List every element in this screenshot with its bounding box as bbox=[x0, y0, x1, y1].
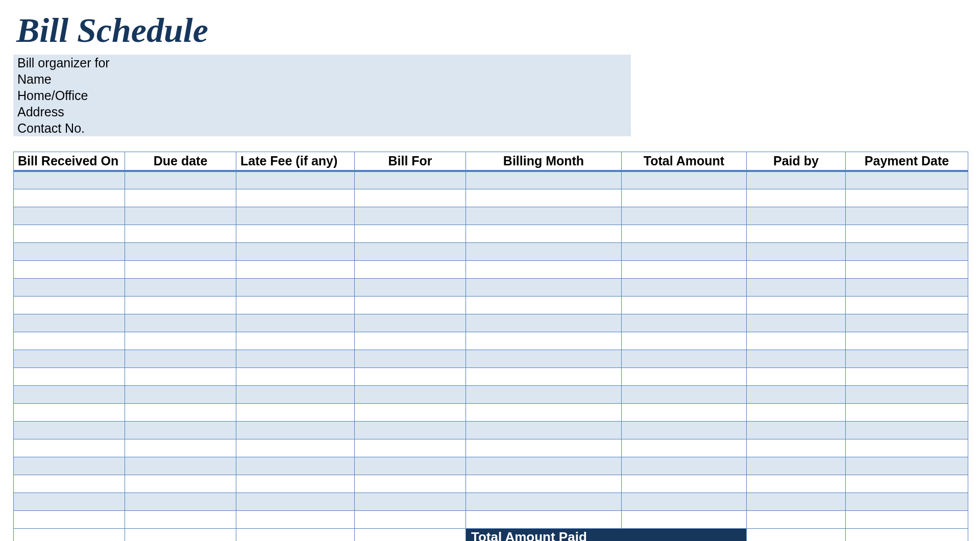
table-cell[interactable] bbox=[747, 260, 846, 278]
table-cell[interactable] bbox=[747, 350, 846, 367]
table-cell[interactable] bbox=[236, 385, 355, 403]
table-cell[interactable] bbox=[747, 510, 846, 528]
table-cell[interactable] bbox=[622, 439, 747, 457]
table-cell[interactable] bbox=[466, 332, 622, 350]
table-cell[interactable] bbox=[747, 171, 846, 189]
table-cell[interactable] bbox=[236, 439, 355, 457]
table-cell[interactable] bbox=[125, 385, 236, 403]
table-cell[interactable] bbox=[747, 278, 846, 296]
table-cell[interactable] bbox=[14, 225, 125, 242]
table-cell[interactable] bbox=[846, 385, 968, 403]
table-cell[interactable] bbox=[125, 439, 236, 457]
table-cell[interactable] bbox=[355, 457, 466, 475]
table-cell[interactable] bbox=[622, 350, 747, 367]
table-cell[interactable] bbox=[125, 367, 236, 385]
table-cell[interactable] bbox=[14, 403, 125, 421]
table-cell[interactable] bbox=[747, 457, 846, 475]
table-cell[interactable] bbox=[466, 510, 622, 528]
table-cell[interactable] bbox=[466, 350, 622, 367]
table-cell[interactable] bbox=[236, 475, 355, 493]
table-cell[interactable] bbox=[355, 314, 466, 332]
table-cell[interactable] bbox=[466, 189, 622, 207]
table-cell[interactable] bbox=[14, 242, 125, 260]
table-cell[interactable] bbox=[14, 296, 125, 314]
table-cell[interactable] bbox=[355, 225, 466, 242]
info-name[interactable]: Name bbox=[13, 71, 631, 87]
table-cell[interactable] bbox=[355, 278, 466, 296]
table-cell[interactable] bbox=[236, 493, 355, 510]
table-cell[interactable] bbox=[466, 385, 622, 403]
table-cell[interactable] bbox=[747, 242, 846, 260]
table-cell[interactable] bbox=[125, 314, 236, 332]
table-cell[interactable] bbox=[622, 457, 747, 475]
table-cell[interactable] bbox=[125, 225, 236, 242]
table-cell[interactable] bbox=[236, 367, 355, 385]
table-cell[interactable] bbox=[846, 510, 968, 528]
table-cell[interactable] bbox=[846, 225, 968, 242]
table-cell[interactable] bbox=[14, 332, 125, 350]
table-cell[interactable] bbox=[747, 225, 846, 242]
table-cell[interactable] bbox=[236, 278, 355, 296]
table-cell[interactable] bbox=[846, 439, 968, 457]
table-cell[interactable] bbox=[747, 207, 846, 225]
table-cell[interactable] bbox=[846, 296, 968, 314]
table-cell[interactable] bbox=[14, 189, 125, 207]
table-cell[interactable] bbox=[846, 528, 968, 541]
table-cell[interactable] bbox=[846, 350, 968, 367]
table-cell[interactable] bbox=[236, 189, 355, 207]
table-cell[interactable] bbox=[846, 260, 968, 278]
table-cell[interactable] bbox=[125, 421, 236, 439]
table-cell[interactable] bbox=[622, 367, 747, 385]
table-cell[interactable] bbox=[622, 207, 747, 225]
table-cell[interactable] bbox=[236, 528, 355, 541]
table-cell[interactable] bbox=[125, 171, 236, 189]
table-cell[interactable] bbox=[355, 403, 466, 421]
table-cell[interactable] bbox=[466, 314, 622, 332]
table-cell[interactable] bbox=[355, 207, 466, 225]
table-cell[interactable] bbox=[236, 242, 355, 260]
table-cell[interactable] bbox=[125, 260, 236, 278]
table-cell[interactable] bbox=[846, 421, 968, 439]
table-cell[interactable] bbox=[622, 225, 747, 242]
table-cell[interactable] bbox=[622, 242, 747, 260]
table-cell[interactable] bbox=[747, 493, 846, 510]
table-cell[interactable] bbox=[622, 189, 747, 207]
table-cell[interactable] bbox=[355, 296, 466, 314]
table-cell[interactable] bbox=[236, 421, 355, 439]
table-cell[interactable] bbox=[622, 510, 747, 528]
table-cell[interactable] bbox=[747, 314, 846, 332]
info-home-office[interactable]: Home/Office bbox=[13, 87, 631, 104]
table-cell[interactable] bbox=[846, 171, 968, 189]
table-cell[interactable] bbox=[125, 457, 236, 475]
table-cell[interactable] bbox=[355, 528, 466, 541]
table-cell[interactable] bbox=[747, 367, 846, 385]
table-cell[interactable] bbox=[622, 493, 747, 510]
table-cell[interactable] bbox=[355, 439, 466, 457]
table-cell[interactable] bbox=[622, 332, 747, 350]
info-contact-no[interactable]: Contact No. bbox=[13, 120, 631, 136]
table-cell[interactable] bbox=[355, 475, 466, 493]
table-cell[interactable] bbox=[466, 403, 622, 421]
table-cell[interactable] bbox=[622, 403, 747, 421]
table-cell[interactable] bbox=[355, 510, 466, 528]
table-cell[interactable] bbox=[466, 278, 622, 296]
table-cell[interactable] bbox=[466, 296, 622, 314]
table-cell[interactable] bbox=[466, 367, 622, 385]
table-cell[interactable] bbox=[236, 403, 355, 421]
table-cell[interactable] bbox=[466, 439, 622, 457]
info-address[interactable]: Address bbox=[13, 104, 631, 120]
table-cell[interactable] bbox=[236, 457, 355, 475]
table-cell[interactable] bbox=[846, 403, 968, 421]
table-cell[interactable] bbox=[747, 189, 846, 207]
table-cell[interactable] bbox=[622, 421, 747, 439]
table-cell[interactable] bbox=[747, 439, 846, 457]
table-cell[interactable] bbox=[14, 207, 125, 225]
info-organizer-for[interactable]: Bill organizer for bbox=[13, 55, 631, 71]
table-cell[interactable] bbox=[125, 350, 236, 367]
table-cell[interactable] bbox=[355, 260, 466, 278]
table-cell[interactable] bbox=[355, 242, 466, 260]
table-cell[interactable] bbox=[125, 510, 236, 528]
table-cell[interactable] bbox=[14, 528, 125, 541]
table-cell[interactable] bbox=[14, 475, 125, 493]
table-cell[interactable] bbox=[622, 385, 747, 403]
